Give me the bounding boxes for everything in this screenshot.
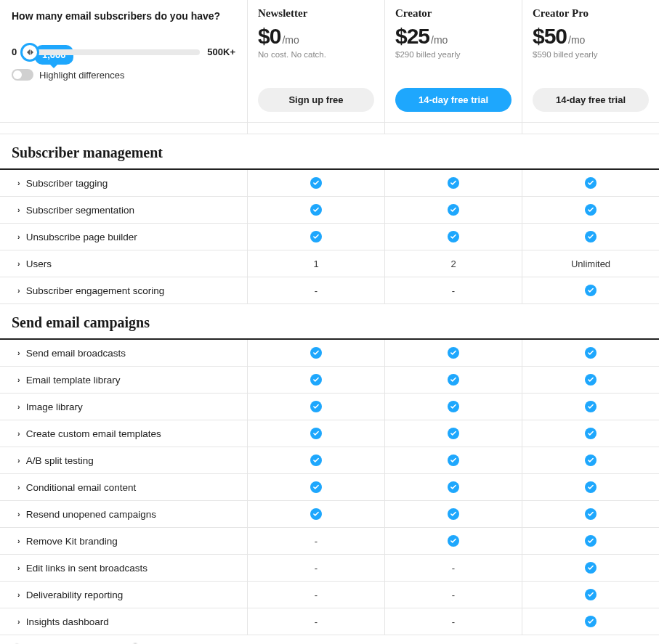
chevron-right-icon: › [17,590,20,599]
feature-value [247,170,384,196]
check-icon [585,204,597,216]
feature-value [384,197,522,223]
subscriber-slider[interactable]: 1,000 0 500K+ [12,46,235,57]
highlight-toggle[interactable] [12,69,33,81]
feature-name-cell[interactable]: ›A/B split testing [0,447,247,473]
plan-header-creator: Creator $25 /mo $290 billed yearly 14-da… [384,0,522,122]
check-icon [448,401,459,412]
slider-track[interactable] [24,49,200,55]
feature-name-cell[interactable]: ›Remove Kit branding [0,528,247,554]
feature-name-cell[interactable]: ›Send email broadcasts [0,340,247,366]
feature-name: Resend unopened campaigns [26,509,156,520]
feature-value: 2 [384,250,522,277]
feature-value [247,367,384,393]
highlight-toggle-label: Highlight differences [39,70,125,81]
check-icon [448,374,459,386]
check-icon [585,481,597,493]
free-trial-button[interactable]: 14-day free trial [395,88,512,112]
feature-name-cell[interactable]: ›Resend unopened campaigns [0,501,247,527]
feature-value [522,474,659,500]
feature-name-cell[interactable]: ›Subscriber segmentation [0,197,247,223]
feature-value: - [247,528,384,554]
feature-name: Conditional email content [26,482,137,493]
feature-row: ›A/B split testing [0,447,659,474]
signup-free-button[interactable]: Sign up free [258,88,374,112]
check-icon [448,535,459,547]
chevron-right-icon: › [17,402,20,411]
feature-row: ›Create custom email templates [0,420,659,447]
feature-name-cell[interactable]: ›Create custom email templates [0,420,247,447]
check-icon [585,535,597,547]
check-icon [310,231,322,242]
chevron-right-icon: › [17,259,20,268]
feature-value: - [384,582,522,608]
feature-name-cell[interactable]: ›Edit links in sent broadcasts [0,555,247,581]
check-icon [448,204,459,216]
feature-name-cell[interactable]: ›Insights dashboard [0,608,247,635]
feature-value [522,170,659,196]
feature-value: - [247,608,384,635]
section-title: Send email campaigns [12,314,647,331]
feature-value [247,420,384,447]
feature-value: - [384,608,522,635]
feature-value: Unlimited [522,250,659,277]
plan-price: $50 /mo [533,24,649,49]
feature-row: ›Email template library [0,367,659,394]
feature-row: ›Users12Unlimited [0,250,659,277]
check-icon [310,481,322,493]
feature-value [522,555,659,581]
check-icon [585,455,597,466]
feature-name: Image library [26,402,83,412]
feature-row: ›Subscriber segmentation [0,197,659,224]
check-icon [310,347,322,359]
check-icon [448,455,459,466]
chevron-right-icon: › [17,286,20,295]
feature-name-cell[interactable]: ›Subscriber tagging [0,170,247,196]
feature-name: Unsubscribe page builder [26,232,137,242]
chevron-right-icon: › [17,483,20,492]
feature-value [384,367,522,393]
feature-value [384,394,522,420]
feature-name: Insights dashboard [26,616,109,627]
feature-value [247,340,384,366]
check-icon [310,374,322,386]
feature-value [522,501,659,527]
feature-name-cell[interactable]: ›Users [0,250,247,277]
feature-value [247,224,384,250]
chevron-right-icon: › [17,205,20,214]
feature-value [522,608,659,635]
feature-value [522,340,659,366]
feature-value [384,528,522,554]
feature-name-cell[interactable]: ›Subscriber engagement scoring [0,277,247,303]
slider-thumb[interactable] [20,43,39,62]
feature-row: ›Send email broadcasts [0,340,659,367]
feature-name-cell[interactable]: ›Email template library [0,367,247,393]
free-trial-button[interactable]: 14-day free trial [533,88,649,112]
check-icon [310,204,322,216]
check-icon [585,428,597,439]
feature-name-cell[interactable]: ›Image library [0,394,247,420]
feature-name: Users [26,258,52,269]
check-icon [448,428,459,439]
plan-name: Newsletter [258,7,374,20]
slider-max-label: 500K+ [207,46,235,57]
slider-min-label: 0 [12,46,17,57]
plan-subprice: $290 billed yearly [395,50,512,59]
pricing-header: How many email subscribers do you have? … [0,0,659,123]
feature-value [384,340,522,366]
feature-name-cell[interactable]: ›Unsubscribe page builder [0,224,247,250]
feature-name-cell[interactable]: ›Deliverability reporting [0,582,247,608]
check-icon [585,177,597,189]
feature-value: - [247,277,384,303]
feature-name: Create custom email templates [26,428,161,439]
feature-row: ›Conditional email content [0,474,659,501]
check-icon [585,285,597,296]
feature-row: ›Remove Kit branding- [0,528,659,555]
feature-name-cell[interactable]: ›Conditional email content [0,474,247,500]
feature-row: ›Insights dashboard-- [0,608,659,635]
check-icon [585,508,597,520]
plan-name: Creator Pro [533,7,649,20]
feature-name: Deliverability reporting [26,590,124,600]
feature-value [384,224,522,250]
chevron-right-icon: › [17,510,20,518]
